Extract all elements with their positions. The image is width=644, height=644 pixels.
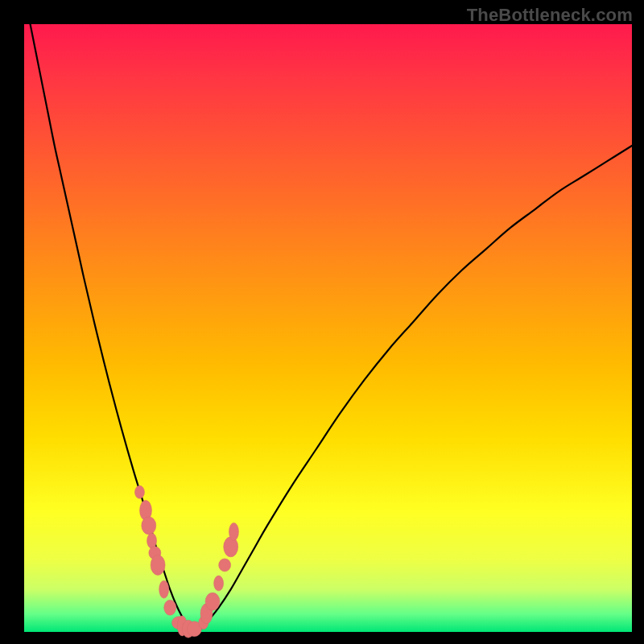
- bottleneck-curve: [31, 24, 632, 631]
- curve-svg: [24, 24, 632, 632]
- highlight-dot: [164, 600, 176, 615]
- highlight-dot: [147, 533, 157, 548]
- highlight-dots-group: [134, 485, 238, 638]
- highlight-dot: [205, 592, 220, 610]
- highlight-dot: [159, 580, 169, 598]
- plot-area: [24, 24, 632, 632]
- watermark-label: TheBottleneck.com: [467, 5, 633, 26]
- highlight-dot: [142, 517, 156, 535]
- highlight-dot: [151, 555, 165, 575]
- highlight-dot: [134, 485, 144, 498]
- chart-frame: TheBottleneck.com: [0, 0, 644, 644]
- highlight-dot: [214, 576, 224, 591]
- highlight-dot: [219, 559, 231, 572]
- highlight-dot: [229, 522, 238, 540]
